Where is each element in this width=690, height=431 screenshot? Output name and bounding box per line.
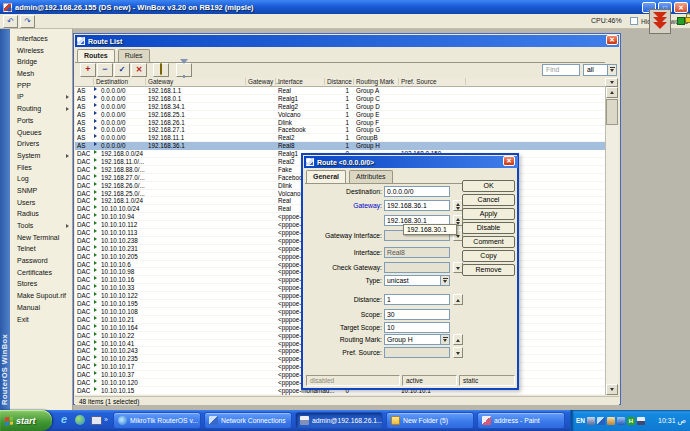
scroll-down-button[interactable] <box>606 384 618 395</box>
distance-input[interactable]: 1 <box>384 294 450 305</box>
start-button[interactable]: start <box>0 410 52 431</box>
cancel-button[interactable]: Cancel <box>462 194 515 206</box>
filter-scope-dropdown[interactable]: all <box>583 64 617 76</box>
target-scope-input[interactable]: 10 <box>384 322 450 333</box>
remove-route-button[interactable]: − <box>97 63 113 77</box>
routing-mark-dropdown[interactable]: Group H <box>384 334 450 345</box>
sidebar-item-system[interactable]: System <box>10 150 72 162</box>
pref-source-input[interactable] <box>384 347 450 358</box>
route-dialog-close-button[interactable]: ✕ <box>503 156 515 166</box>
task-button-address-paint[interactable]: address - Paint <box>477 412 565 429</box>
tab-rules[interactable]: Rules <box>118 49 150 62</box>
tab-general[interactable]: General <box>306 170 346 183</box>
language-indicator[interactable]: EN <box>576 417 585 424</box>
add-route-button[interactable]: + <box>80 63 96 77</box>
sidebar-item-certificates[interactable]: Certificates <box>10 267 72 279</box>
sidebar-item-password[interactable]: Password <box>10 255 72 267</box>
copy-button[interactable]: Copy <box>462 250 515 262</box>
sidebar-item-telnet[interactable]: Telnet <box>10 243 72 255</box>
tray-agent-icon[interactable]: H <box>627 417 635 425</box>
scroll-up-button[interactable] <box>606 87 618 98</box>
sidebar-item-stores[interactable]: Stores <box>10 278 72 290</box>
sidebar-item-mesh[interactable]: Mesh <box>10 68 72 80</box>
type-dropdown[interactable]: unicast <box>384 275 450 286</box>
route-dialog-titlebar[interactable]: Route <0.0.0.0/0> <box>304 156 518 168</box>
disable-button[interactable]: Disable <box>462 222 515 234</box>
sidebar-item-snmp[interactable]: SNMP <box>10 185 72 197</box>
undo-button[interactable]: ↶ <box>3 15 18 28</box>
route-row[interactable]: AS0.0.0.0/0192.168.27.1Facebook1Group G <box>75 126 605 134</box>
redo-button[interactable]: ↷ <box>20 15 35 28</box>
col-pref-source[interactable]: Pref. Source <box>401 78 437 86</box>
sidebar-item-files[interactable]: Files <box>10 162 72 174</box>
disable-route-button[interactable]: ✕ <box>131 63 147 77</box>
close-button[interactable]: ✕ <box>674 2 688 13</box>
comment-button[interactable] <box>153 63 169 77</box>
route-row[interactable]: AS0.0.0.0/0192.168.26.1Dlink1Group F <box>75 119 605 127</box>
tray-dialer-icon[interactable] <box>617 417 625 425</box>
comment-button[interactable]: Comment <box>462 236 515 248</box>
dropdown-arrow-icon[interactable] <box>607 65 616 75</box>
find-box[interactable]: Find <box>542 64 580 76</box>
sidebar-item-ports[interactable]: Ports <box>10 115 72 127</box>
enable-route-button[interactable]: ✓ <box>114 63 130 77</box>
route-row[interactable]: AS0.0.0.0/0192.168.1.1Real1Group A <box>75 87 605 95</box>
vertical-scrollbar[interactable] <box>605 87 618 395</box>
task-button-new-folder-5[interactable]: New Folder (5) <box>386 412 474 429</box>
scope-input[interactable]: 30 <box>384 309 450 320</box>
route-row[interactable]: AS0.0.0.0/0192.168.34.1Realg21Group D <box>75 103 605 111</box>
internet-explorer-icon[interactable]: e <box>57 413 71 428</box>
filter-button[interactable] <box>176 63 192 77</box>
col-interface[interactable]: Interface <box>278 78 303 86</box>
pref-source-dropdown[interactable] <box>453 347 463 358</box>
sidebar-item-drivers[interactable]: Drivers <box>10 138 72 150</box>
scroll-thumb[interactable] <box>606 99 618 125</box>
hide-passwords-checkbox[interactable] <box>630 17 638 25</box>
remove-button[interactable]: Remove <box>462 264 515 276</box>
tray-volume-icon[interactable] <box>607 417 615 425</box>
sidebar-item-make-supout-rif[interactable]: Make Supout.rif <box>10 290 72 302</box>
tray-network-icon[interactable] <box>597 417 605 425</box>
gateway-input[interactable]: 192.168.36.1 <box>384 200 450 211</box>
sidebar-item-queues[interactable]: Queues <box>10 127 72 139</box>
col-routing-mark[interactable]: Routing Mark <box>356 78 394 86</box>
sidebar-item-ppp[interactable]: PPP <box>10 80 72 92</box>
route-list-titlebar[interactable]: Route List <box>75 35 619 47</box>
sidebar-item-users[interactable]: Users <box>10 197 72 209</box>
show-desktop-icon[interactable] <box>89 413 103 428</box>
column-config-button[interactable] <box>605 78 618 87</box>
route-row[interactable]: AS0.0.0.0/0192.168.11.1Real21GroupB <box>75 134 605 142</box>
tab-attributes[interactable]: Attributes <box>349 170 393 183</box>
messenger-icon[interactable] <box>73 413 87 428</box>
col-distance[interactable]: Distance <box>327 78 352 86</box>
tab-routes[interactable]: Routes <box>77 49 115 62</box>
check-gateway-input[interactable] <box>384 262 450 273</box>
apply-button[interactable]: Apply <box>462 208 515 220</box>
sidebar-item-routing[interactable]: Routing <box>10 103 72 115</box>
combo-arrow-icon[interactable] <box>440 335 449 344</box>
task-button-admin-192-168-26-1[interactable]: admin@192.168.26.1... <box>295 412 383 429</box>
sidebar-item-new-terminal[interactable]: New Terminal <box>10 232 72 244</box>
sidebar-item-wireless[interactable]: Wireless <box>10 45 72 57</box>
task-button-network-connections[interactable]: Network Connections <box>204 412 292 429</box>
col-gateway[interactable]: Gateway <box>148 78 173 86</box>
sidebar-item-radius[interactable]: Radius <box>10 208 72 220</box>
sidebar-item-exit[interactable]: Exit <box>10 314 72 326</box>
route-list-close-button[interactable]: ✕ <box>606 35 618 45</box>
sidebar-item-ip[interactable]: IP <box>10 91 72 103</box>
quick-launch-overflow-chevron[interactable]: » <box>104 416 108 423</box>
col-destination[interactable]: Destination <box>96 78 128 86</box>
sidebar-item-bridge[interactable]: Bridge <box>10 56 72 68</box>
route-row[interactable]: AS0.0.0.0/0192.168.25.1Volcano1Group E <box>75 111 605 119</box>
combo-arrow-icon[interactable] <box>440 276 449 285</box>
tray-display-icon[interactable] <box>637 417 645 425</box>
routing-mark-collapse-button[interactable] <box>453 334 463 345</box>
destination-input[interactable]: 0.0.0.0/0 <box>384 186 450 197</box>
sidebar-item-log[interactable]: Log <box>10 173 72 185</box>
route-row[interactable]: AS0.0.0.0/0192.168.0.1Realg11Group C <box>75 95 605 103</box>
distance-collapse-button[interactable] <box>453 294 463 305</box>
sidebar-item-manual[interactable]: Manual <box>10 302 72 314</box>
task-button-mikrotik-routeros-v[interactable]: MikroTik RouterOS v... <box>113 412 201 429</box>
tray-shield-icon[interactable] <box>587 417 595 425</box>
ok-button[interactable]: OK <box>462 180 515 192</box>
